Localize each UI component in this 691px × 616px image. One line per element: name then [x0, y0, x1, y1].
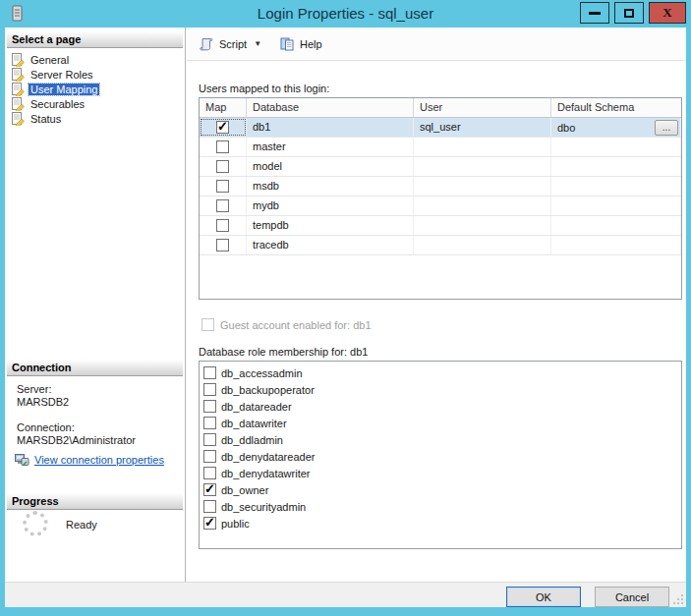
- role-item[interactable]: db_owner: [200, 481, 681, 498]
- close-button[interactable]: X: [649, 2, 686, 24]
- script-button[interactable]: Script ▼: [195, 33, 265, 55]
- schema-cell[interactable]: [551, 236, 681, 254]
- progress-section-header: Progress: [5, 493, 185, 510]
- column-header-default-schema[interactable]: Default Schema: [551, 98, 681, 117]
- table-header: Map Database User Default Schema: [200, 98, 681, 118]
- maximize-button[interactable]: [614, 2, 644, 24]
- user-cell[interactable]: [414, 177, 551, 196]
- role-item[interactable]: db_datawriter: [200, 415, 681, 431]
- help-icon: [279, 36, 295, 52]
- schema-cell[interactable]: [551, 138, 681, 156]
- role-checkbox[interactable]: [203, 383, 216, 396]
- database-cell: db1: [247, 118, 414, 137]
- sidebar-item-general[interactable]: General: [5, 52, 185, 67]
- help-button[interactable]: Help: [275, 33, 326, 55]
- schema-value: dbo: [557, 122, 575, 134]
- user-cell[interactable]: [414, 196, 551, 215]
- table-row[interactable]: tracedb: [200, 236, 681, 255]
- cancel-button[interactable]: Cancel: [595, 587, 669, 607]
- table-row[interactable]: mydb: [200, 196, 681, 216]
- role-checkbox[interactable]: [203, 450, 216, 463]
- role-label: db_denydatareader: [221, 451, 315, 463]
- map-checkbox[interactable]: [216, 160, 229, 173]
- map-cell: [200, 216, 247, 235]
- connection-section-header: Connection: [5, 360, 185, 376]
- sidebar-item-user-mapping[interactable]: User Mapping: [5, 82, 185, 96]
- map-checkbox[interactable]: [216, 239, 229, 252]
- page-icon: [11, 112, 25, 126]
- user-cell[interactable]: [414, 157, 551, 176]
- database-cell: master: [247, 138, 414, 156]
- schema-cell[interactable]: [551, 196, 681, 215]
- server-value: MARSDB2: [17, 396, 69, 408]
- table-row[interactable]: db1 sql_user dbo ...: [200, 118, 681, 138]
- minimize-button[interactable]: [580, 2, 609, 24]
- chevron-down-icon: ▼: [254, 39, 261, 48]
- role-checkbox[interactable]: [203, 400, 216, 413]
- role-item[interactable]: db_ddladmin: [200, 431, 681, 448]
- map-checkbox[interactable]: [216, 180, 229, 193]
- map-checkbox[interactable]: [216, 219, 229, 232]
- script-icon: [199, 36, 214, 52]
- window-title: Login Properties - sql_user: [258, 5, 433, 22]
- role-checkbox[interactable]: [203, 500, 216, 513]
- user-cell[interactable]: sql_user: [414, 118, 551, 137]
- table-row[interactable]: master: [200, 138, 681, 157]
- view-connection-properties[interactable]: View connection properties: [15, 453, 164, 467]
- table-row[interactable]: msdb: [200, 177, 681, 196]
- database-cell: mydb: [247, 196, 414, 215]
- role-item[interactable]: db_backupoperator: [200, 381, 681, 398]
- user-cell[interactable]: [414, 216, 551, 235]
- table-row[interactable]: model: [200, 157, 681, 177]
- role-checkbox[interactable]: [203, 417, 216, 429]
- schema-cell[interactable]: [551, 177, 681, 196]
- role-item[interactable]: db_accessadmin: [200, 364, 681, 381]
- browse-schema-button[interactable]: ...: [655, 120, 678, 136]
- role-checkbox[interactable]: [203, 433, 216, 446]
- map-checkbox[interactable]: [216, 121, 229, 134]
- role-label: db_datawriter: [221, 418, 287, 429]
- schema-cell[interactable]: [551, 216, 681, 235]
- column-header-user[interactable]: User: [414, 98, 551, 117]
- connection-value: MARSDB2\Administrator: [17, 434, 136, 446]
- users-mapped-label: Users mapped to this login:: [199, 83, 329, 94]
- guest-account-checkbox: [202, 318, 214, 331]
- role-label: db_accessadmin: [221, 367, 303, 379]
- sidebar-item-server-roles[interactable]: Server Roles: [5, 67, 185, 82]
- maximize-icon: [624, 9, 634, 18]
- column-header-database[interactable]: Database: [247, 98, 414, 117]
- page-icon: [11, 53, 25, 67]
- progress-spinner-icon: [23, 511, 48, 536]
- role-checkbox[interactable]: [203, 366, 216, 379]
- page-icon: [11, 68, 25, 82]
- minimize-icon: [589, 12, 601, 15]
- map-cell: [200, 236, 247, 254]
- map-checkbox[interactable]: [216, 140, 229, 153]
- sidebar-item-securables[interactable]: Securables: [5, 96, 185, 111]
- page-icon: [11, 83, 25, 96]
- role-item[interactable]: db_denydatareader: [200, 448, 681, 465]
- resize-grip[interactable]: [672, 593, 684, 605]
- ok-button[interactable]: OK: [506, 587, 581, 607]
- table-row[interactable]: tempdb: [200, 216, 681, 236]
- role-checkbox[interactable]: [203, 467, 216, 479]
- connection-label: Connection:: [17, 421, 75, 433]
- role-item[interactable]: db_securityadmin: [200, 498, 681, 515]
- schema-cell[interactable]: dbo ...: [551, 118, 681, 137]
- database-cell: tracedb: [247, 236, 414, 254]
- user-cell[interactable]: [414, 236, 551, 254]
- user-mapping-table: Map Database User Default Schema db1 sql…: [199, 97, 682, 300]
- sidebar-item-status[interactable]: Status: [5, 111, 185, 126]
- role-item[interactable]: db_denydatawriter: [200, 465, 681, 481]
- schema-cell[interactable]: [551, 157, 681, 176]
- role-checkbox[interactable]: [203, 483, 216, 496]
- role-item[interactable]: public: [200, 515, 681, 532]
- role-item[interactable]: db_datareader: [200, 398, 681, 415]
- role-checkbox[interactable]: [203, 517, 216, 530]
- view-connection-properties-link[interactable]: View connection properties: [34, 454, 164, 466]
- column-header-map[interactable]: Map: [200, 98, 247, 117]
- help-label: Help: [300, 38, 322, 50]
- select-page-header: Select a page: [7, 31, 183, 48]
- user-cell[interactable]: [414, 138, 551, 156]
- map-checkbox[interactable]: [216, 199, 229, 212]
